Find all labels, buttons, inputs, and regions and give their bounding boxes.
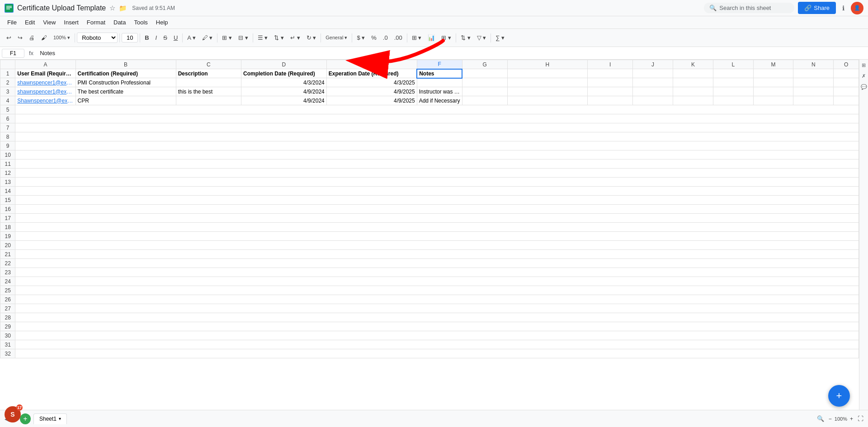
zoom-decrease-button[interactable]: − — [829, 416, 832, 422]
menu-tools[interactable]: Tools — [130, 18, 151, 27]
cell-J2[interactable] — [633, 78, 673, 87]
cell-K2[interactable] — [673, 78, 713, 87]
sidebar-icon-2[interactable]: ✗ — [859, 70, 868, 81]
explore-icon[interactable]: 🔍 — [817, 415, 824, 422]
zoom-button[interactable]: 100% ▾ — [51, 33, 73, 42]
col-header-O[interactable]: O — [834, 60, 859, 69]
cell-F2[interactable] — [417, 78, 462, 87]
rotate-button[interactable]: ↻ ▾ — [304, 33, 319, 43]
cell-reference[interactable]: F1 — [2, 49, 24, 58]
cell-A1[interactable]: User Email (Required) — [15, 69, 75, 78]
cell-B2[interactable]: PMI Construction Professional — [75, 78, 176, 87]
more-formats-button[interactable]: ⊞ ▾ — [409, 33, 425, 43]
strikethrough-button[interactable]: S — [160, 33, 170, 43]
cell-I4[interactable] — [588, 96, 633, 105]
text-color-button[interactable]: A ▾ — [184, 33, 198, 43]
zoom-slider[interactable]: 100% — [835, 416, 847, 422]
col-header-K[interactable]: K — [673, 60, 713, 69]
cell-I2[interactable] — [588, 78, 633, 87]
col-header-J[interactable]: J — [633, 60, 673, 69]
cell-B3[interactable]: The best certificate — [75, 87, 176, 96]
cell-K3[interactable] — [673, 87, 713, 96]
cell-E4[interactable]: 4/9/2025 — [326, 96, 417, 105]
sidebar-icon-1[interactable]: ⊞ — [859, 60, 868, 70]
cell-D2[interactable]: 4/3/2024 — [241, 78, 327, 87]
currency-button[interactable]: $ ▾ — [354, 33, 368, 43]
col-header-L[interactable]: L — [713, 60, 753, 69]
cell-A2[interactable]: shawnspencer1@exam — [15, 78, 75, 87]
cell-C3[interactable]: this is the best — [176, 87, 241, 96]
cell-B1[interactable]: Certification (Required) — [75, 69, 176, 78]
cell-E3[interactable]: 4/9/2025 — [326, 87, 417, 96]
cell-G4[interactable] — [462, 96, 507, 105]
function-button[interactable]: ∑ ▾ — [493, 33, 507, 43]
sidebar-icon-3[interactable]: 💬 — [859, 81, 868, 92]
menu-insert[interactable]: Insert — [60, 18, 82, 27]
cell-J1[interactable] — [633, 69, 673, 78]
merge-button[interactable]: ⊟ ▾ — [236, 33, 251, 43]
user-menu-button[interactable]: S 17 — [5, 406, 21, 422]
col-header-B[interactable]: B — [75, 60, 176, 69]
cell-O4[interactable] — [834, 96, 859, 105]
cell-B4[interactable]: CPR — [75, 96, 176, 105]
cell-O3[interactable] — [834, 87, 859, 96]
menu-view[interactable]: View — [39, 18, 59, 27]
user-avatar[interactable]: 👤 — [851, 2, 863, 14]
cell-N2[interactable] — [793, 78, 834, 87]
cell-O1[interactable] — [834, 69, 859, 78]
menu-edit[interactable]: Edit — [21, 18, 38, 27]
cell-D1[interactable]: Completion Date (Required) — [241, 69, 327, 78]
col-header-D[interactable]: D — [241, 60, 327, 69]
cell-H2[interactable] — [507, 78, 588, 87]
cell-C1[interactable]: Description — [176, 69, 241, 78]
italic-button[interactable]: I — [153, 33, 160, 43]
cell-J4[interactable] — [633, 96, 673, 105]
cell-C2[interactable] — [176, 78, 241, 87]
cell-M2[interactable] — [753, 78, 793, 87]
chart-button[interactable]: 📊 — [425, 33, 438, 43]
underline-button[interactable]: U — [171, 33, 180, 43]
cell-G1[interactable] — [462, 69, 507, 78]
zoom-increase-button[interactable]: + — [850, 416, 853, 422]
cell-A4[interactable]: Shawnspencer1@exam — [15, 96, 75, 105]
menu-file[interactable]: File — [4, 18, 20, 27]
filter-button[interactable]: ▽ ▾ — [474, 33, 489, 43]
cell-D4[interactable]: 4/9/2024 — [241, 96, 327, 105]
bold-button[interactable]: B — [142, 33, 151, 43]
more-btn[interactable]: ⊞ ▾ — [439, 33, 454, 43]
cell-G2[interactable] — [462, 78, 507, 87]
cell-H1[interactable] — [507, 69, 588, 78]
align-left-button[interactable]: ☰ ▾ — [255, 33, 271, 43]
col-header-C[interactable]: C — [176, 60, 241, 69]
cell-O2[interactable] — [834, 78, 859, 87]
cell-F3[interactable]: Instructor was Steve — [417, 87, 462, 96]
print-button[interactable]: 🖨 — [26, 33, 38, 43]
valign-button[interactable]: ⇅ ▾ — [271, 33, 287, 43]
search-box[interactable]: 🔍 Search in this sheet — [704, 3, 794, 13]
fullscreen-button[interactable]: ⛶ — [858, 415, 863, 422]
highlight-color-button[interactable]: 🖊 ▾ — [199, 33, 216, 43]
help-icon[interactable]: ℹ — [842, 5, 844, 12]
col-header-N[interactable]: N — [793, 60, 834, 69]
cell-L4[interactable] — [713, 96, 753, 105]
font-size-input[interactable] — [122, 33, 138, 42]
cell-F4[interactable]: Add if Necessary — [417, 96, 462, 105]
menu-format[interactable]: Format — [83, 18, 109, 27]
folder-icon[interactable]: 📁 — [119, 5, 127, 12]
cell-H4[interactable] — [507, 96, 588, 105]
col-header-E[interactable]: E — [326, 60, 417, 69]
cell-L1[interactable] — [713, 69, 753, 78]
cell-H3[interactable] — [507, 87, 588, 96]
number-format-button[interactable]: General ▾ — [323, 33, 350, 42]
undo-button[interactable]: ↩ — [4, 33, 14, 43]
cell-N4[interactable] — [793, 96, 834, 105]
sheet-tab-sheet1[interactable]: Sheet1 ▾ — [33, 413, 67, 424]
cell-C4[interactable] — [176, 96, 241, 105]
cell-F1[interactable]: Notes — [417, 69, 462, 78]
cell-K4[interactable] — [673, 96, 713, 105]
col-header-G[interactable]: G — [462, 60, 507, 69]
star-icon[interactable]: ☆ — [109, 4, 115, 12]
add-sheet-button[interactable]: + — [20, 413, 31, 424]
cell-L3[interactable] — [713, 87, 753, 96]
col-header-I[interactable]: I — [588, 60, 633, 69]
